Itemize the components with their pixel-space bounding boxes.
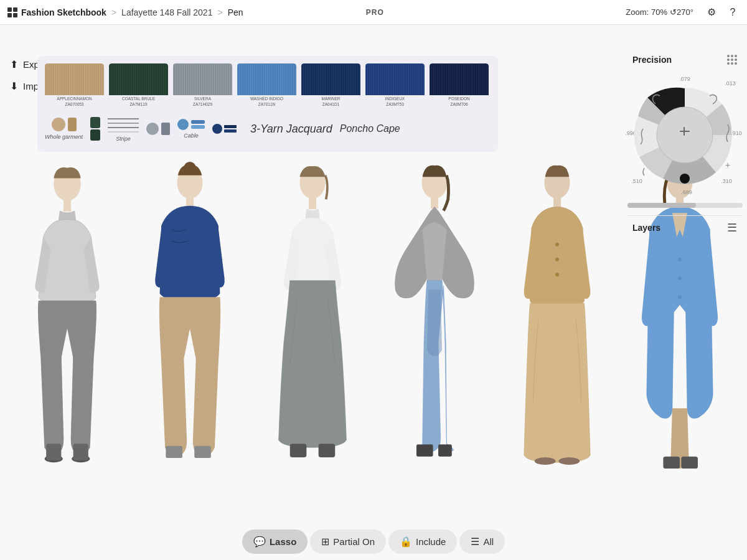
svg-text:.310: .310 bbox=[721, 178, 732, 184]
svg-rect-36 bbox=[663, 457, 680, 469]
svg-point-35 bbox=[678, 295, 682, 299]
swatch-item[interactable]: WASHED INDIGOZA7011N bbox=[237, 63, 296, 107]
svg-point-29 bbox=[535, 457, 556, 465]
swatch-item[interactable]: POSEIDONZA0M706 bbox=[430, 63, 489, 107]
svg-text:.910: .910 bbox=[731, 130, 742, 136]
poncho-label: Poncho Cape bbox=[340, 123, 400, 134]
svg-rect-5 bbox=[63, 199, 71, 211]
svg-point-27 bbox=[555, 258, 559, 261]
partial-on-button[interactable]: ⊞ Partial On bbox=[310, 530, 386, 554]
nav-action-icons: ⚙ ? bbox=[705, 6, 740, 19]
main-canvas[interactable]: ⬆ Export ⬇ Import APPLECINNAMONZA070053 … bbox=[0, 25, 747, 560]
include-label: Include bbox=[416, 536, 446, 547]
precision-wheel[interactable]: .079 .013 .910 .310 .689 .510 .996 bbox=[626, 70, 744, 200]
svg-rect-9 bbox=[73, 444, 88, 460]
precision-header: Precision bbox=[627, 55, 742, 70]
svg-text:.013: .013 bbox=[725, 80, 736, 86]
layers-menu-icon[interactable]: ☰ bbox=[727, 221, 737, 235]
partial-on-label: Partial On bbox=[333, 536, 375, 547]
top-navigation: Fashion Sketchbook > Lafayette 148 Fall … bbox=[0, 0, 747, 25]
svg-point-28 bbox=[555, 273, 559, 276]
svg-rect-16 bbox=[309, 197, 316, 209]
svg-text:.079: .079 bbox=[679, 76, 690, 82]
all-label: All bbox=[483, 536, 494, 547]
svg-rect-48 bbox=[684, 127, 685, 136]
settings-icon[interactable]: ⚙ bbox=[705, 6, 718, 19]
swatch-item[interactable]: APPLECINNAMONZA070053 bbox=[45, 63, 104, 107]
rotation-value[interactable]: ↺270° bbox=[670, 7, 693, 17]
all-button[interactable]: ☰ All bbox=[459, 530, 505, 554]
swatch-item[interactable]: INDIGEUXZA3MT53 bbox=[365, 63, 425, 107]
help-icon[interactable]: ? bbox=[726, 6, 740, 19]
whole-garment-label: Whole garment bbox=[45, 134, 83, 140]
zoom-value[interactable]: 70% bbox=[651, 7, 667, 17]
lasso-label: Lasso bbox=[270, 536, 296, 547]
stripe-label: Stripe bbox=[116, 136, 131, 142]
sketch-whole-garment: Whole garment bbox=[45, 118, 83, 140]
svg-rect-37 bbox=[681, 457, 698, 469]
layers-title: Layers bbox=[632, 223, 660, 233]
svg-rect-13 bbox=[166, 446, 182, 458]
breadcrumb-sep-2: > bbox=[217, 7, 222, 17]
export-icon: ⬆ bbox=[10, 58, 18, 70]
sketch-dark-green bbox=[90, 117, 100, 141]
sketches-row: Whole garment Stripe bbox=[45, 113, 491, 144]
swatch-item[interactable]: COASTAL BRULEZA7M119 bbox=[109, 63, 168, 107]
sketch-poncho: Poncho Cape bbox=[340, 123, 400, 134]
layers-section: Layers ☰ bbox=[627, 215, 742, 237]
app-title: Fashion Sketchbook bbox=[21, 7, 106, 17]
breadcrumb-collection[interactable]: Lafayette 148 Fall 2021 bbox=[121, 7, 212, 17]
sketch-stripe: Stripe bbox=[108, 116, 139, 142]
svg-point-24 bbox=[555, 166, 566, 175]
svg-text:.689: .689 bbox=[681, 189, 692, 195]
sketch-gray bbox=[146, 123, 170, 135]
scrollbar-thumb[interactable] bbox=[627, 203, 696, 208]
right-panel: Precision .079 .013 .910 .310 .689 .510 … bbox=[622, 50, 747, 242]
svg-rect-18 bbox=[318, 444, 335, 457]
svg-point-33 bbox=[678, 258, 682, 261]
svg-text:+: + bbox=[725, 160, 730, 170]
precision-title: Precision bbox=[632, 55, 672, 65]
breadcrumb-sep-1: > bbox=[111, 7, 116, 17]
svg-rect-21 bbox=[416, 444, 433, 456]
svg-rect-17 bbox=[289, 444, 306, 457]
include-icon: 🔒 bbox=[400, 536, 412, 548]
breadcrumb-current: Pen bbox=[228, 7, 243, 17]
figure-3 bbox=[263, 162, 362, 523]
zoom-label: Zoom: bbox=[626, 7, 649, 17]
swatch-item[interactable]: SILVERAZA71H029 bbox=[173, 63, 232, 107]
sketch-navy bbox=[212, 124, 237, 134]
swatch-item[interactable]: MARINERZA041D1 bbox=[301, 63, 360, 107]
lasso-button[interactable]: 💬 Lasso bbox=[242, 530, 308, 554]
sketch-blue: Cable bbox=[177, 119, 205, 139]
svg-rect-22 bbox=[438, 444, 452, 456]
figure-4 bbox=[385, 162, 484, 523]
svg-point-30 bbox=[558, 457, 580, 465]
svg-point-34 bbox=[678, 276, 682, 280]
import-icon: ⬇ bbox=[10, 80, 18, 92]
cable-label: Cable bbox=[184, 133, 199, 139]
svg-text:.510: .510 bbox=[631, 178, 642, 184]
svg-point-49 bbox=[680, 174, 690, 184]
lasso-icon: 💬 bbox=[253, 536, 266, 548]
grid-dots-icon[interactable] bbox=[727, 55, 737, 65]
partial-on-icon: ⊞ bbox=[321, 536, 329, 548]
svg-rect-8 bbox=[46, 444, 61, 460]
figure-5 bbox=[507, 162, 607, 523]
svg-rect-14 bbox=[194, 446, 211, 458]
figure-1 bbox=[17, 162, 117, 523]
svg-point-26 bbox=[555, 243, 559, 246]
swatches-area: APPLECINNAMONZA070053 COASTAL BRULEZA7M1… bbox=[37, 56, 498, 152]
zoom-info: Zoom: 70% ↺270° bbox=[626, 7, 693, 17]
grid-menu-icon[interactable] bbox=[7, 7, 17, 17]
swatches-row: APPLECINNAMONZA070053 COASTAL BRULEZA7M1… bbox=[45, 63, 491, 107]
three-yarn-label: 3-Yarn Jacquard bbox=[250, 123, 332, 136]
pro-badge: PRO bbox=[366, 8, 384, 17]
figure-2 bbox=[140, 162, 240, 523]
sketch-3yarn: 3-Yarn Jacquard bbox=[250, 123, 332, 136]
svg-point-11 bbox=[184, 162, 195, 174]
include-button[interactable]: 🔒 Include bbox=[388, 530, 457, 554]
bottom-toolbar: 💬 Lasso ⊞ Partial On 🔒 Include ☰ All bbox=[0, 523, 747, 560]
all-icon: ☰ bbox=[471, 536, 479, 548]
